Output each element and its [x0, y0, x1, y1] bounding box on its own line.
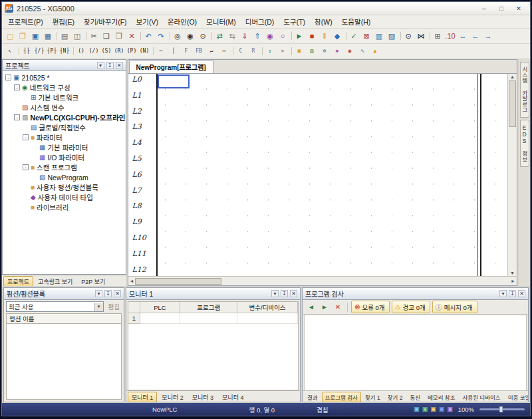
- connect-icon[interactable]: ⇄: [213, 30, 225, 42]
- program-cell[interactable]: [180, 313, 237, 324]
- save-all-icon[interactable]: ▦: [42, 30, 54, 42]
- separator[interactable]: [168, 31, 171, 41]
- close-button[interactable]: ✕: [510, 3, 527, 14]
- positive-contact-icon[interactable]: ┤P├: [46, 45, 58, 57]
- status-indicator-icon-4[interactable]: ▣: [439, 406, 445, 412]
- negated-coil-icon[interactable]: (/): [88, 45, 100, 57]
- expander-icon[interactable]: -: [14, 84, 20, 90]
- monitor-start-icon[interactable]: ◉: [264, 30, 276, 42]
- menu-online[interactable]: 온라인(O): [163, 15, 201, 28]
- normally-closed-contact-icon[interactable]: ┤/├: [33, 45, 45, 57]
- horizontal-scrollbar[interactable]: ◄ ►: [128, 276, 517, 285]
- tab-find-2[interactable]: 찾기 2: [384, 392, 406, 402]
- tab-find-1[interactable]: 찾기 1: [362, 392, 384, 402]
- scrollbar-thumb[interactable]: [135, 278, 221, 285]
- coil-icon[interactable]: (): [75, 45, 87, 57]
- expander-icon[interactable]: -: [14, 114, 20, 120]
- menu-tools[interactable]: 도구(T): [279, 15, 310, 28]
- separator[interactable]: [71, 46, 74, 57]
- back-icon[interactable]: ←: [469, 30, 481, 42]
- expander-icon[interactable]: -: [23, 164, 29, 170]
- tree-item-newplc[interactable]: - ▥ NewPLC(XGI-CPUH)-오프라인: [3, 112, 126, 122]
- find-next-icon[interactable]: ⊙: [197, 30, 209, 42]
- select-arrow-icon[interactable]: ↖: [4, 45, 16, 57]
- recent-functions-dropdown[interactable]: 최근 사용 ▾: [6, 301, 104, 312]
- pin-icon[interactable]: ↧: [106, 62, 114, 69]
- tab-monitor-2[interactable]: 모니터 2: [158, 392, 187, 402]
- tree-item-parameters[interactable]: - ■ 파라미터: [3, 132, 126, 142]
- open-project-icon[interactable]: ❐: [17, 30, 29, 42]
- tab-result[interactable]: 결과: [304, 392, 321, 402]
- expander-icon[interactable]: [31, 174, 37, 180]
- tree-item-basic-parameters[interactable]: ▦ 기본 파라미터: [3, 142, 126, 152]
- status-indicator-icon-3[interactable]: ▣: [430, 406, 436, 412]
- zoom-slider-handle[interactable]: [499, 406, 503, 412]
- print-preview-icon[interactable]: ◫: [71, 30, 83, 42]
- tree-item-io-parameters[interactable]: ▦ I/O 파라미터: [3, 152, 126, 162]
- zoom-slider[interactable]: [479, 408, 525, 410]
- tab-eds-info[interactable]: EDS 정보: [520, 120, 529, 167]
- menu-find-replace[interactable]: 찾기/바꾸기(F): [79, 15, 132, 28]
- expander-icon[interactable]: [23, 204, 29, 210]
- device-monitor-icon[interactable]: ▨: [386, 30, 398, 42]
- memory-clear-icon[interactable]: ⊠: [360, 30, 372, 42]
- check-results-area[interactable]: [304, 315, 527, 390]
- write-to-plc-icon[interactable]: ⇓: [239, 30, 251, 42]
- special-module-icon[interactable]: ▤: [306, 45, 318, 57]
- network-module-icon[interactable]: ⊕: [319, 45, 331, 57]
- cross-reference-icon[interactable]: ⋈: [415, 30, 427, 42]
- fit-width-icon[interactable]: ↔: [457, 30, 469, 42]
- expander-icon[interactable]: [31, 154, 37, 160]
- forward-icon[interactable]: →: [482, 30, 494, 42]
- comment-icon[interactable]: C: [235, 45, 247, 57]
- expander-icon[interactable]: [23, 124, 29, 130]
- device-cell[interactable]: [237, 313, 298, 324]
- separator[interactable]: [344, 31, 347, 41]
- separator[interactable]: [84, 31, 87, 41]
- pin-icon[interactable]: ↧: [104, 290, 112, 297]
- disconnect-icon[interactable]: ⇆: [226, 30, 238, 42]
- function-list[interactable]: [6, 324, 122, 400]
- messages-button[interactable]: ⓘ 메시지 0개: [432, 301, 477, 313]
- delete-line-icon[interactable]: ✕: [277, 45, 289, 57]
- separator[interactable]: [289, 46, 293, 57]
- tree-item-user-function-blocks[interactable]: ■ 사용자 펑션/펑션블록: [3, 182, 126, 192]
- program-check-icon[interactable]: ✓: [348, 30, 360, 42]
- maximize-button[interactable]: □: [493, 3, 510, 14]
- function-icon[interactable]: F: [180, 45, 192, 57]
- scroll-left-icon[interactable]: ◄: [130, 279, 134, 283]
- function-block-icon[interactable]: FB: [193, 45, 205, 57]
- separator[interactable]: [138, 31, 142, 41]
- tab-monitor-4[interactable]: 모니터 4: [218, 392, 247, 402]
- separator[interactable]: [151, 46, 154, 57]
- negative-contact-icon[interactable]: ┤N├: [59, 45, 70, 57]
- scroll-right-icon[interactable]: ►: [511, 279, 515, 283]
- paste-icon[interactable]: ❒: [113, 30, 125, 42]
- cut-icon[interactable]: ✂: [88, 30, 100, 42]
- status-indicator-icon-5[interactable]: ▣: [447, 406, 453, 412]
- positive-coil-icon[interactable]: (P): [126, 45, 138, 57]
- tree-item-basic-network[interactable]: ⊞ 기본 네트워크: [3, 92, 126, 102]
- replace-icon[interactable]: ◉: [184, 30, 196, 42]
- pin-icon[interactable]: ↧: [509, 290, 516, 297]
- menu-debug[interactable]: 디버그(D): [241, 15, 279, 28]
- monitor-stop-icon[interactable]: ○: [277, 30, 289, 42]
- tree-item-system-variables[interactable]: ▤ 시스템 변수: [3, 102, 126, 112]
- tree-item-global-direct-variables[interactable]: ▤ 글로벌/직접변수: [3, 122, 126, 132]
- menu-project[interactable]: 프로젝트(P): [3, 15, 48, 28]
- negative-coil-icon[interactable]: (N): [138, 45, 150, 57]
- menu-monitor[interactable]: 모니터(M): [201, 15, 241, 28]
- plc-cell[interactable]: [140, 313, 181, 324]
- grid-snap-icon[interactable]: ⊞: [432, 30, 444, 42]
- separator[interactable]: [209, 31, 213, 41]
- jump-icon[interactable]: ↦: [218, 45, 230, 57]
- tree-item-newprogram[interactable]: ▧ NewProgram: [3, 172, 126, 182]
- tab-newprogram[interactable]: NewProgram[프로그램]: [129, 60, 213, 73]
- close-icon[interactable]: ✕: [290, 290, 297, 297]
- chevron-down-icon[interactable]: ▾: [499, 290, 507, 297]
- status-indicator-icon-2[interactable]: ▣: [422, 406, 428, 412]
- pause-mode-icon[interactable]: ‖: [319, 30, 331, 42]
- separator[interactable]: [231, 46, 234, 57]
- rung-comment-icon[interactable]: R: [247, 45, 259, 57]
- reset-coil-icon[interactable]: (R): [113, 45, 125, 57]
